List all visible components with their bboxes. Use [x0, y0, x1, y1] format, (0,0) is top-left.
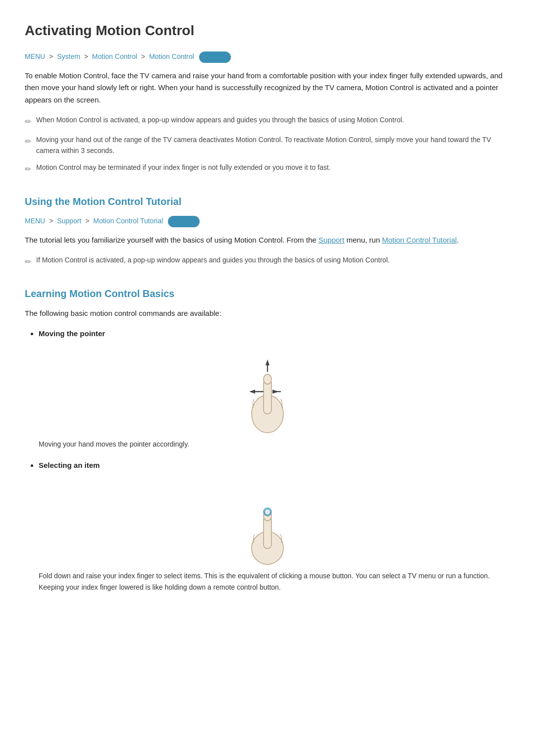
note-item-2: ✏ Moving your hand out of the range of t… — [25, 134, 510, 156]
note-item-3: ✏ Motion Control may be terminated if yo… — [25, 162, 510, 176]
basics-intro: The following basic motion control comma… — [25, 307, 510, 320]
note-icon-2: ✏ — [25, 135, 31, 148]
section-tutorial: Using the Motion Control Tutorial MENU >… — [25, 194, 510, 268]
support-link[interactable]: Support — [319, 236, 345, 244]
breadcrumb-motion-control: Motion Control — [92, 52, 137, 60]
command-moving-pointer: Moving the pointer — [39, 328, 510, 340]
breadcrumb-tutorial-item: Motion Control Tutorial — [93, 217, 163, 225]
separator-1: > — [49, 52, 53, 60]
select-caption: Fold down and raise your index finger to… — [39, 570, 510, 593]
section-basics: Learning Motion Control Basics The follo… — [25, 286, 510, 593]
svg-marker-8 — [249, 390, 255, 394]
page-title: Activating Motion Control — [25, 20, 510, 42]
pointer-caption: Moving your hand moves the pointer accor… — [39, 439, 510, 450]
select-hand-svg — [235, 481, 300, 565]
note-text-1: When Motion Control is activated, a pop-… — [36, 114, 404, 125]
breadcrumb-system: System — [57, 52, 80, 60]
note-item-1: ✏ When Motion Control is activated, a po… — [25, 114, 510, 128]
note-icon-3: ✏ — [25, 163, 31, 176]
basics-command-list-2: Selecting an item — [39, 459, 510, 471]
separator-2: > — [84, 52, 88, 60]
tutorial-heading: Using the Motion Control Tutorial — [25, 194, 510, 209]
breadcrumb-support: Support — [57, 217, 81, 225]
note-text-2: Moving your hand out of the range of the… — [36, 134, 510, 156]
breadcrumb-menu-2: MENU — [25, 217, 45, 225]
pointer-hand-diagram — [25, 350, 510, 434]
breadcrumb-tutorial: MENU > Support > Motion Control Tutorial… — [25, 215, 510, 227]
svg-marker-7 — [266, 359, 269, 365]
activating-notes: ✏ When Motion Control is activated, a po… — [25, 114, 510, 176]
select-hand-diagram — [25, 481, 510, 565]
tutorial-note-text-1: If Motion Control is activated, a pop-up… — [36, 254, 390, 265]
separator-4: > — [49, 217, 53, 225]
basics-heading: Learning Motion Control Basics — [25, 286, 510, 302]
try-now-button-1[interactable]: Try Now — [199, 51, 231, 63]
motion-control-tutorial-link[interactable]: Motion Control Tutorial — [382, 236, 457, 244]
command-label-1: Moving the pointer — [39, 329, 105, 338]
tutorial-note-item-1: ✏ If Motion Control is activated, a pop-… — [25, 254, 510, 268]
command-selecting-item: Selecting an item — [39, 459, 510, 471]
separator-3: > — [141, 52, 145, 60]
note-icon-1: ✏ — [25, 115, 31, 128]
note-text-3: Motion Control may be terminated if your… — [36, 162, 331, 173]
svg-point-2 — [264, 374, 271, 384]
try-now-button-2[interactable]: Try Now — [168, 216, 200, 227]
breadcrumb-menu: MENU — [25, 52, 45, 60]
svg-point-14 — [265, 509, 270, 514]
tutorial-note-icon-1: ✏ — [25, 255, 31, 268]
breadcrumb-activating: MENU > System > Motion Control > Motion … — [25, 51, 510, 63]
pointer-hand-svg — [235, 350, 300, 434]
tutorial-notes: ✏ If Motion Control is activated, a pop-… — [25, 254, 510, 268]
section-activating: MENU > System > Motion Control > Motion … — [25, 51, 510, 176]
activating-body-text: To enable Motion Control, face the TV ca… — [25, 70, 510, 106]
breadcrumb-motion-control-2: Motion Control — [149, 52, 194, 60]
basics-command-list: Moving the pointer — [39, 328, 510, 340]
separator-5: > — [85, 217, 89, 225]
svg-marker-5 — [272, 390, 279, 394]
command-label-2: Selecting an item — [39, 461, 100, 469]
tutorial-body-text: The tutorial lets you familiarize yourse… — [25, 234, 510, 247]
